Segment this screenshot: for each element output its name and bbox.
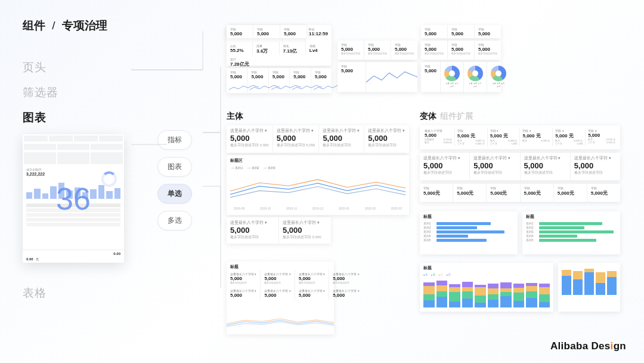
sidenav-item-1[interactable]: 筛选器 — [23, 85, 58, 100]
panel-variant-top-a: 字段5,000字段5,000字段5,000 — [227, 25, 306, 38]
panel-variant-spark: 字段5,000 — [338, 62, 417, 92]
sidenav-item-0[interactable]: 页头 — [23, 60, 58, 75]
panel-variant-top-c: 字段5,000字段5,000字段5,000 — [421, 25, 501, 38]
brand-footer: Alibaba Design — [550, 340, 626, 352]
panel-main-metric-row: 这里最长八个字符 ▾5,000最多字段描述字段 5,000这里最长八个字符 ▾5… — [227, 125, 409, 153]
panel-stacked-2 — [558, 263, 620, 312]
thumb-stat-label: 成交金额/元 — [26, 168, 120, 171]
filter-pills: 指标图表单选多选 — [157, 130, 192, 230]
panel-variant-mid: 这里最长八个字符 ▾5,000最多字段描述字段这里最长八个字符 ▾5,000最多… — [420, 153, 620, 180]
thumb-overlay-number: 36 — [56, 181, 91, 217]
panel-stacked-1: 标题ABCD — [420, 263, 553, 312]
section-main: 主体 — [227, 111, 243, 122]
panel-multi-metrics: 标题这里最长八个字符 ▾5,000最多字段描述字这里最长八个字符 ▾5,000最… — [227, 262, 334, 334]
panel-hbar-left: 标题系列1系列2系列3系列4系列5 — [420, 211, 518, 254]
breadcrumb-a: 组件 — [23, 19, 45, 32]
panel-variant-top-d: 字段5,000最多字段描述字段字段5,000最多字段描述字段字段5,000最多字… — [421, 41, 501, 60]
panel-top-sparks: 字段5,000字段5,000字段5,000字段5,000字段5,000 — [227, 68, 332, 93]
breadcrumb: 组件 / 专项治理 — [23, 18, 107, 33]
panel-variant-donuts: 字段5,000ABCDABCDABCD — [421, 62, 501, 92]
sidenav-item-2[interactable]: 图表 — [23, 110, 58, 125]
breadcrumb-separator: / — [52, 19, 55, 32]
filter-pill-3[interactable]: 多选 — [157, 211, 192, 230]
panel-line-chart: 标题区— 系列1— 系列2— 系列32019-092019-102019-112… — [227, 155, 409, 215]
thumb-footer: 0.00 元 0.00 — [23, 250, 124, 263]
panel-hbar-right: 标题系列1系列2系列3系列4系列5 — [522, 211, 620, 254]
panel-below-metrics: 这里最长八个字符 ▾5,000最多字段描述字段这里最长八个字符 ▾5,000最多… — [227, 217, 331, 244]
panel-variant-currency: 字段5,000元字段5,000元字段5,000元字段5,000元字段5,000元… — [420, 184, 620, 202]
panel-variant-top-b: 字段5,000最多字段描述字段字段5,000最多字段描述字段字段5,000最多字… — [338, 41, 417, 60]
panel-variant-wide: 最多八个字符5,000近期整体6,213元数字6,000元字段5,000 元数字… — [420, 125, 620, 149]
filter-pill-0[interactable]: 指标 — [157, 130, 192, 150]
filter-pill-1[interactable]: 图表 — [157, 157, 192, 177]
side-nav: 页头筛选器图表 — [23, 60, 58, 135]
breadcrumb-b: 专项治理 — [62, 19, 107, 32]
section-variant: 变体组件扩展 — [420, 111, 473, 122]
sidenav-item-table[interactable]: 表格 — [23, 285, 47, 301]
thumbnail-preview: 成交金额/元 3,222,222 0.00 元 0.00 36 — [23, 134, 124, 263]
filter-pill-2[interactable]: 单选 — [157, 184, 192, 204]
